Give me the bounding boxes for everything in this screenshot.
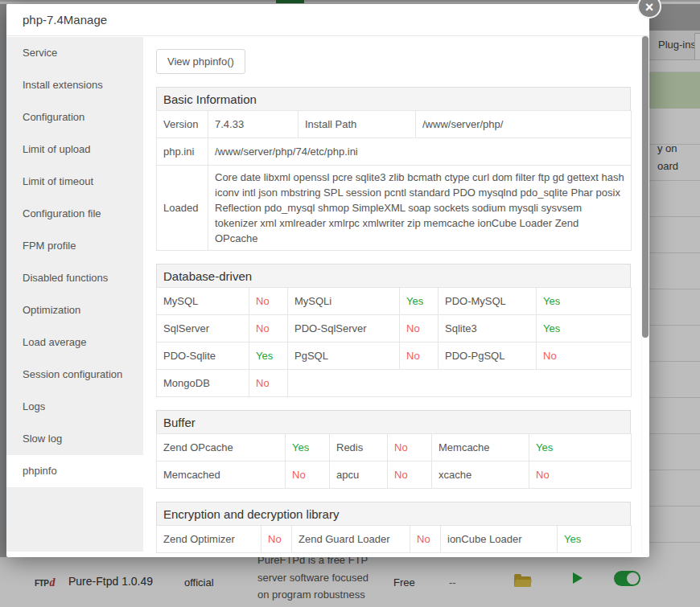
table-cell: PDO-SqlServer — [288, 315, 400, 342]
sidebar-item-load-average[interactable]: Load average — [6, 326, 143, 359]
table-row: Zend OptimizerNoZend Guard LoaderNoionCu… — [157, 526, 632, 553]
table-cell: PgSQL — [288, 342, 400, 370]
section-title: Buffer — [156, 410, 631, 433]
status-value: No — [261, 526, 292, 553]
table-cell: Version — [157, 111, 208, 138]
section-table: Zend OptimizerNoZend Guard LoaderNoionCu… — [156, 525, 632, 553]
sidebar-item-limit-of-upload[interactable]: Limit of upload — [6, 133, 143, 166]
sidebar-item-disabled-functions[interactable]: Disabled functions — [6, 262, 143, 294]
table-cell: Redis — [330, 434, 388, 461]
view-phpinfo-button[interactable]: View phpinfo() — [156, 49, 245, 74]
close-icon: × — [645, 0, 654, 14]
table-cell: xcache — [432, 461, 529, 489]
sidebar-item-phpinfo[interactable]: phpinfo — [6, 455, 143, 487]
table-row: MySQLNoMySQLiYesPDO-MySQLYes — [157, 288, 632, 315]
status-value: No — [249, 288, 288, 315]
sidebar-item-session-configuration[interactable]: Session configuration — [6, 359, 143, 391]
status-value: No — [400, 342, 439, 370]
scrollbar-thumb[interactable] — [642, 36, 649, 338]
status-value: Yes — [286, 434, 330, 461]
info-section: Basic InformationVersion7.4.33Install Pa… — [156, 87, 631, 251]
screen: Plug-ins y on oard FTPd Pure-Ftpd 1.0.49… — [0, 0, 700, 607]
info-section: BufferZend OPcacheYesRedisNoMemcacheYesM… — [156, 410, 631, 489]
table-cell: 7.4.33 — [208, 111, 299, 138]
status-value: No — [388, 434, 432, 461]
table-cell: Zend Guard Loader — [292, 526, 410, 553]
section-title: Basic Information — [156, 87, 631, 110]
table-cell: apcu — [330, 461, 388, 489]
section-table: Zend OPcacheYesRedisNoMemcacheYesMemcach… — [156, 433, 632, 489]
status-value: Yes — [537, 288, 632, 315]
table-cell: MySQL — [157, 288, 249, 315]
status-value: Yes — [529, 434, 632, 461]
modal-header: php-7.4Manage — [6, 4, 649, 36]
status-value: No — [410, 526, 441, 553]
modal-content: View phpinfo() Basic InformationVersion7… — [143, 37, 640, 557]
sidebar-item-configuration[interactable]: Configuration — [6, 101, 143, 133]
status-value: No — [249, 370, 288, 397]
table-cell: Zend Optimizer — [157, 526, 261, 553]
modal-sidebar: ServiceInstall extensionsConfigurationLi… — [6, 37, 143, 552]
table-row: php.ini/www/server/php/74/etc/php.ini — [157, 138, 632, 166]
table-cell: Memcache — [432, 434, 529, 461]
phpinfo-sections: Basic InformationVersion7.4.33Install Pa… — [156, 87, 640, 553]
table-cell: MongoDB — [157, 370, 249, 397]
table-cell: Zend OPcache — [157, 434, 286, 461]
table-row: LoadedCore date libxml openssl pcre sqli… — [157, 166, 632, 251]
table-row: Version7.4.33Install Path/www/server/php… — [157, 111, 632, 138]
table-row: SqlServerNoPDO-SqlServerNoSqlite3Yes — [157, 315, 632, 342]
section-table: Version7.4.33Install Path/www/server/php… — [156, 110, 632, 251]
table-cell: PDO-MySQL — [439, 288, 537, 315]
status-value: Yes — [537, 315, 632, 342]
table-cell: /www/server/php/ — [416, 111, 632, 138]
php-manage-modal: php-7.4Manage ServiceInstall extensionsC… — [6, 4, 649, 557]
sidebar-item-logs[interactable]: Logs — [6, 391, 143, 423]
status-value: Yes — [400, 288, 439, 315]
info-section: Database-drivenMySQLNoMySQLiYesPDO-MySQL… — [156, 264, 631, 397]
section-table: MySQLNoMySQLiYesPDO-MySQLYesSqlServerNoP… — [156, 287, 632, 397]
table-cell: Loaded — [157, 166, 208, 251]
sidebar-item-slow-log[interactable]: Slow log — [6, 423, 143, 455]
status-value: No — [400, 315, 439, 342]
table-cell: PDO-PgSQL — [439, 342, 537, 370]
sidebar-item-limit-of-timeout[interactable]: Limit of timeout — [6, 166, 143, 198]
sidebar-item-configuration-file[interactable]: Configuration file — [6, 198, 143, 230]
table-row: Zend OPcacheYesRedisNoMemcacheYes — [157, 434, 632, 461]
sidebar-item-install-extensions[interactable]: Install extensions — [6, 69, 143, 101]
modal-title: php-7.4Manage — [23, 4, 107, 36]
sidebar-item-fpm-profile[interactable]: FPM profile — [6, 230, 143, 262]
table-cell: Install Path — [299, 111, 416, 138]
status-value: No — [537, 342, 632, 370]
table-cell: Memcached — [157, 461, 286, 489]
status-value: No — [529, 461, 632, 489]
table-cell: php.ini — [157, 138, 208, 166]
section-title: Encryption and decryption library — [156, 502, 631, 525]
sidebar-item-optimization[interactable]: Optimization — [6, 294, 143, 326]
status-value: Yes — [249, 342, 288, 370]
table-cell: MySQLi — [288, 288, 400, 315]
table-cell: /www/server/php/74/etc/php.ini — [208, 138, 632, 166]
status-value: Yes — [558, 526, 632, 553]
table-row: MongoDBNo — [157, 370, 632, 397]
info-section: Encryption and decryption libraryZend Op… — [156, 502, 631, 553]
table-row: MemcachedNoapcuNoxcacheNo — [157, 461, 632, 489]
table-cell: ionCube Loader — [441, 526, 558, 553]
status-value: No — [388, 461, 432, 489]
table-cell: Sqlite3 — [439, 315, 537, 342]
section-title: Database-driven — [156, 264, 631, 287]
status-value: No — [286, 461, 330, 489]
table-cell — [288, 370, 632, 397]
sidebar-item-service[interactable]: Service — [6, 37, 143, 69]
table-cell: SqlServer — [157, 315, 249, 342]
table-row: PDO-SqliteYesPgSQLNoPDO-PgSQLNo — [157, 342, 632, 370]
table-cell: Core date libxml openssl pcre sqlite3 zl… — [208, 166, 632, 251]
table-cell: PDO-Sqlite — [157, 342, 249, 370]
status-value: No — [249, 315, 288, 342]
